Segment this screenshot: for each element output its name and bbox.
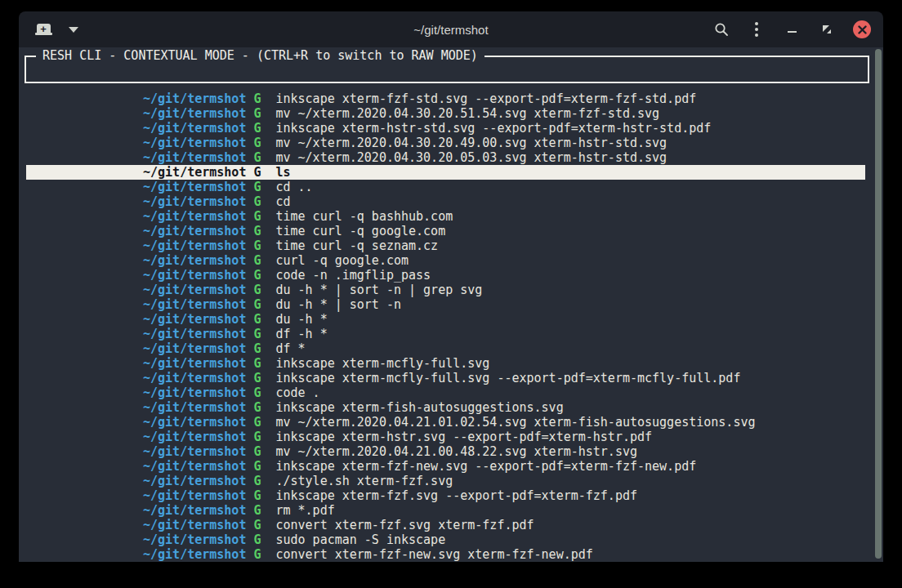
close-button[interactable] — [853, 20, 871, 38]
minimize-button[interactable] — [783, 20, 801, 38]
kebab-menu-icon — [754, 21, 759, 38]
history-row[interactable]: ~/git/termshotGinkscape xterm-fish-autos… — [26, 400, 865, 415]
prompt-path: ~/git/termshot — [143, 385, 246, 400]
command-text: du -h * | sort -n | grep svg — [275, 283, 482, 297]
git-indicator: G — [253, 532, 261, 547]
restore-button[interactable] — [818, 20, 836, 38]
history-row[interactable]: ~/git/termshotGinkscape xterm-hstr-std.s… — [26, 121, 865, 136]
history-row[interactable]: ~/git/termshotGmv ~/xterm.2020.04.30.20.… — [26, 106, 865, 121]
history-row[interactable]: ~/git/termshotGconvert xterm-fzf.svg xte… — [26, 518, 865, 532]
command-text: rm *.pdf — [275, 503, 334, 518]
history-row[interactable]: ~/git/termshotGcurl -q google.com — [26, 253, 865, 268]
chevron-down-icon — [69, 27, 78, 33]
history-row[interactable]: ~/git/termshotGtime curl -q seznam.cz — [26, 238, 865, 253]
history-row[interactable]: ~/git/termshotGcode -n .imgflip_pass — [26, 268, 865, 283]
prompt-path: ~/git/termshot — [143, 283, 246, 297]
command-text: cd — [275, 194, 290, 209]
git-indicator: G — [253, 238, 261, 253]
git-indicator: G — [253, 474, 261, 488]
command-text: inkscape xterm-mcfly-full.svg --export-p… — [275, 371, 740, 385]
history-row[interactable]: ~/git/termshotGinkscape xterm-mcfly-full… — [26, 371, 865, 385]
git-indicator: G — [253, 385, 261, 400]
prompt-path: ~/git/termshot — [143, 474, 246, 488]
git-indicator: G — [253, 224, 261, 238]
prompt-path: ~/git/termshot — [143, 165, 246, 180]
prompt-path: ~/git/termshot — [143, 415, 246, 430]
new-tab-button[interactable]: + — [34, 20, 52, 38]
history-row[interactable]: ~/git/termshotGrm *.pdf — [26, 503, 865, 518]
history-row[interactable]: ~/git/termshotGinkscape xterm-mcfly-full… — [26, 356, 865, 371]
git-indicator: G — [253, 121, 261, 136]
prompt-path: ~/git/termshot — [143, 327, 246, 341]
command-text: mv ~/xterm.2020.04.21.00.48.22.svg xterm… — [275, 444, 637, 459]
history-row[interactable]: ~/git/termshotGcd — [26, 194, 865, 209]
history-row[interactable]: ~/git/termshotGtime curl -q bashhub.com — [26, 209, 865, 224]
command-text: inkscape xterm-mcfly-full.svg — [275, 356, 489, 371]
prompt-path: ~/git/termshot — [143, 224, 246, 238]
history-list: ~/git/termshotGinkscape xterm-fzf-std.sv… — [26, 91, 865, 562]
history-row[interactable]: ~/git/termshotGls — [26, 165, 865, 180]
git-indicator: G — [253, 268, 261, 283]
command-text: convert xterm-fzf-new.svg xterm-fzf-new.… — [275, 547, 592, 562]
menu-button[interactable] — [748, 20, 766, 38]
tab-menu-button[interactable] — [65, 20, 83, 38]
history-row[interactable]: ~/git/termshotGinkscape xterm-fzf-new.sv… — [26, 459, 865, 474]
history-row[interactable]: ~/git/termshotG./style.sh xterm-fzf.svg — [26, 474, 865, 488]
prompt-path: ~/git/termshot — [143, 430, 246, 444]
command-text: time curl -q bashhub.com — [275, 209, 453, 224]
git-indicator: G — [253, 444, 261, 459]
history-row[interactable]: ~/git/termshotGsudo pacman -S inkscape — [26, 532, 865, 547]
history-row[interactable]: ~/git/termshotGinkscape xterm-hstr.svg -… — [26, 430, 865, 444]
prompt-path: ~/git/termshot — [143, 297, 246, 312]
history-row[interactable]: ~/git/termshotGdf * — [26, 341, 865, 356]
git-indicator: G — [253, 415, 261, 430]
prompt-path: ~/git/termshot — [143, 150, 246, 165]
prompt-path: ~/git/termshot — [143, 488, 246, 503]
history-row[interactable]: ~/git/termshotGtime curl -q google.com — [26, 224, 865, 238]
prompt-path: ~/git/termshot — [143, 371, 246, 385]
history-row[interactable]: ~/git/termshotGcode . — [26, 385, 865, 400]
command-text: time curl -q seznam.cz — [275, 238, 438, 253]
command-text: code -n .imgflip_pass — [275, 268, 431, 283]
git-indicator: G — [253, 91, 261, 106]
git-indicator: G — [253, 165, 261, 180]
command-text: code . — [275, 385, 319, 400]
command-text: mv ~/xterm.2020.04.30.20.05.03.svg xterm… — [275, 150, 667, 165]
scrollbar-thumb[interactable] — [875, 49, 882, 559]
history-row[interactable]: ~/git/termshotGinkscape xterm-fzf.svg --… — [26, 488, 865, 503]
resh-search-box[interactable]: RESH CLI - CONTEXTUAL MODE - (CTRL+R to … — [25, 56, 869, 83]
command-text: inkscape xterm-fzf-std.svg --export-pdf=… — [275, 91, 696, 106]
history-row[interactable]: ~/git/termshotGmv ~/xterm.2020.04.21.00.… — [26, 444, 865, 459]
prompt-path: ~/git/termshot — [143, 503, 246, 518]
history-row[interactable]: ~/git/termshotGdu -h * | sort -n | grep … — [26, 283, 865, 297]
history-row[interactable]: ~/git/termshotGmv ~/xterm.2020.04.30.20.… — [26, 150, 865, 165]
command-text: mv ~/xterm.2020.04.30.20.49.00.svg xterm… — [275, 136, 667, 150]
history-row[interactable]: ~/git/termshotGdu -h * | sort -n — [26, 297, 865, 312]
close-icon — [858, 25, 867, 34]
git-indicator: G — [253, 253, 261, 268]
history-row[interactable]: ~/git/termshotGmv ~/xterm.2020.04.21.01.… — [26, 415, 865, 430]
history-row[interactable]: ~/git/termshotGdu -h * — [26, 312, 865, 327]
git-indicator: G — [253, 356, 261, 371]
command-text: inkscape xterm-hstr.svg --export-pdf=xte… — [275, 430, 652, 444]
prompt-path: ~/git/termshot — [143, 180, 246, 194]
git-indicator: G — [253, 180, 261, 194]
history-row[interactable]: ~/git/termshotGcd .. — [26, 180, 865, 194]
history-row[interactable]: ~/git/termshotGinkscape xterm-fzf-std.sv… — [26, 91, 865, 106]
git-indicator: G — [253, 518, 261, 532]
history-row[interactable]: ~/git/termshotGmv ~/xterm.2020.04.30.20.… — [26, 136, 865, 150]
prompt-path: ~/git/termshot — [143, 91, 246, 106]
history-row[interactable]: ~/git/termshotGdf -h * — [26, 327, 865, 341]
prompt-path: ~/git/termshot — [143, 106, 246, 121]
search-button[interactable] — [712, 20, 730, 38]
terminal-content: RESH CLI - CONTEXTUAL MODE - (CTRL+R to … — [19, 47, 883, 562]
prompt-path: ~/git/termshot — [143, 518, 246, 532]
command-text: df * — [275, 341, 305, 356]
git-indicator: G — [253, 327, 261, 341]
command-text: df -h * — [275, 327, 327, 341]
history-row[interactable]: ~/git/termshotGconvert xterm-fzf-new.svg… — [26, 547, 865, 562]
command-text: mv ~/xterm.2020.04.21.01.02.54.svg xterm… — [275, 415, 755, 430]
command-text: inkscape xterm-fish-autosuggestions.svg — [275, 400, 563, 415]
prompt-path: ~/git/termshot — [143, 121, 246, 136]
command-text: du -h * — [275, 312, 327, 327]
